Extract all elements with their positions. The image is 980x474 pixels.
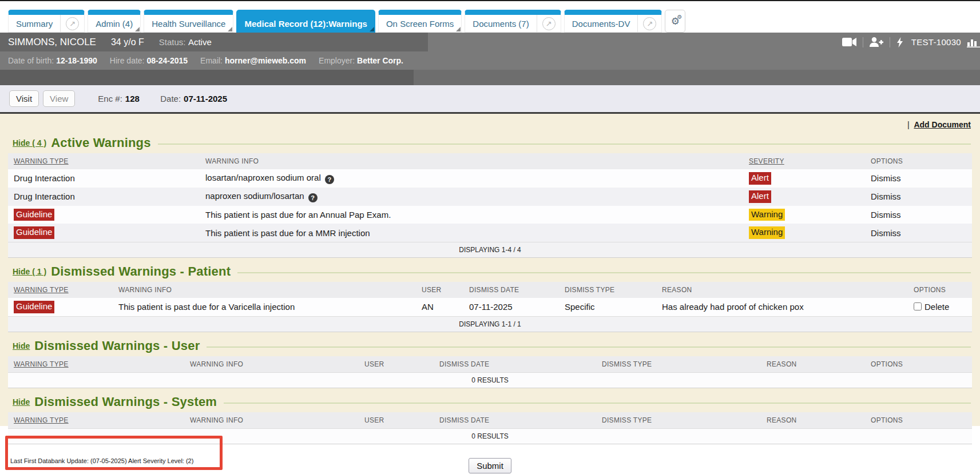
hide-active-warnings-link[interactable]: Hide ( 4 ) <box>13 138 46 148</box>
dismiss-link[interactable]: Dismiss <box>871 192 901 201</box>
status-label: Status: <box>159 37 186 47</box>
popout-arrow-icon: ↗ <box>643 17 656 30</box>
table-row: Drug Interaction naproxen sodium/losarta… <box>8 188 972 206</box>
date-label: Date: <box>160 94 181 103</box>
tab-popout[interactable]: ↗ <box>537 15 561 32</box>
col-dismiss-date: DISMISS DATE <box>434 412 596 429</box>
section-title: Dismissed Warnings - Patient <box>51 264 231 279</box>
table-footer-row: DISPLAYING 1-4 / 4 <box>8 242 972 258</box>
field-label: Employer: <box>319 56 355 65</box>
dismissed-user-header: Hide Dismissed Warnings - User <box>13 338 972 353</box>
divider <box>890 37 890 47</box>
date-value: 07-11-2025 <box>184 94 227 103</box>
tab-label: Documents (7) <box>465 15 536 32</box>
help-icon[interactable]: ? <box>308 193 318 202</box>
field-label: Email: <box>200 56 223 65</box>
tab-summary[interactable]: Summary ↗ <box>8 10 85 33</box>
tab-label: Documents-DV <box>565 15 638 32</box>
col-warning-type[interactable]: WARNING TYPE <box>8 412 184 429</box>
tab-on-screen-forms[interactable]: On Screen Forms <box>378 10 462 33</box>
tab-documents-dv[interactable]: Documents-DV ↗ <box>564 10 662 33</box>
empty-results: 0 RESULTS <box>8 372 972 388</box>
dismiss-link[interactable]: Dismiss <box>871 210 901 220</box>
table-empty-row: 0 RESULTS <box>8 372 972 388</box>
warning-info: losartan/naproxen sodium oral <box>205 173 321 182</box>
table-row: Guideline This patient is past due for a… <box>8 224 972 242</box>
gear-small-icon: ⚙ <box>677 14 682 20</box>
visit-button[interactable]: Visit <box>9 90 39 107</box>
tab-menu-fold-icon <box>135 27 140 31</box>
tab-admin[interactable]: Admin (4) <box>88 10 141 33</box>
patient-name: SIMMONS, NICOLE <box>8 37 96 48</box>
tab-popout[interactable]: ↗ <box>60 15 84 32</box>
section-title: Dismissed Warnings - User <box>34 338 200 353</box>
bar-chart-icon[interactable] <box>967 37 980 47</box>
table-header-row: WARNING TYPE WARNING INFO USER DISMISS D… <box>8 412 972 429</box>
tab-popout[interactable]: ↗ <box>637 15 661 32</box>
col-warning-type[interactable]: WARNING TYPE <box>8 356 184 373</box>
patient-header-row3-shade <box>0 70 414 85</box>
enc-label: Enc #: <box>98 94 122 103</box>
section-title: Dismissed Warnings - System <box>34 395 217 409</box>
section-rule <box>207 346 971 348</box>
enc-value: 128 <box>125 94 140 103</box>
lightning-icon[interactable] <box>896 37 903 47</box>
tab-documents[interactable]: Documents (7) ↗ <box>465 10 561 33</box>
field-value: 08-24-2015 <box>146 56 188 65</box>
field-label: Date of birth: <box>8 56 54 65</box>
table-row: Drug Interaction losartan/naproxen sodiu… <box>8 169 972 188</box>
patient-age-sex: 34 y/o F <box>111 37 144 47</box>
col-warning-info: WARNING INFO <box>184 412 359 429</box>
divider <box>863 37 863 47</box>
tab-medical-record-warnings[interactable]: Medical Record (12):Warnings <box>236 10 375 33</box>
add-document-link[interactable]: Add Document <box>914 120 971 129</box>
section-rule <box>237 272 971 273</box>
col-dismiss-type: DISMISS TYPE <box>559 282 656 298</box>
dismiss-link[interactable]: Dismiss <box>871 173 901 183</box>
delete-checkbox[interactable] <box>914 302 922 310</box>
active-warnings-header: Hide ( 4 ) Active Warnings <box>13 136 972 150</box>
col-warning-type[interactable]: WARNING TYPE <box>8 153 200 169</box>
field-value: horner@mieweb.com <box>225 56 306 65</box>
col-warning-info: WARNING INFO <box>184 356 359 373</box>
field-label: Hire date: <box>110 56 145 65</box>
col-dismiss-date: DISMISS DATE <box>434 356 596 373</box>
submit-button[interactable]: Submit <box>469 458 511 473</box>
chart-id: TEST-10030 <box>911 37 961 47</box>
dismiss-link[interactable]: Dismiss <box>871 228 901 238</box>
tab-menu-fold-icon <box>456 27 461 31</box>
dismissed-system-header: Hide Dismissed Warnings - System <box>13 395 972 409</box>
tab-label: On Screen Forms <box>379 15 461 32</box>
col-warning-info: WARNING INFO <box>200 153 743 169</box>
patient-header-row1: SIMMONS, NICOLE 34 y/o F Status: Active <box>0 33 980 51</box>
warning-info: This patient is past due for a MMR injec… <box>200 224 743 242</box>
demographic-field: Email:horner@mieweb.com <box>200 55 306 66</box>
col-warning-type[interactable]: WARNING TYPE <box>8 282 113 298</box>
tab-health-surveillance[interactable]: Health Surveillance <box>144 10 233 33</box>
add-person-icon[interactable] <box>870 37 883 47</box>
databank-note: Last First Databank Update: (07-05-2025)… <box>8 457 196 467</box>
severity-badge: Warning <box>749 209 785 221</box>
hide-dismissed-user-link[interactable]: Hide <box>13 341 30 350</box>
video-camera-icon[interactable] <box>842 38 856 46</box>
tab-menu-fold-icon <box>228 27 232 31</box>
demographic-field: Date of birth:12-18-1990 <box>8 55 97 66</box>
hide-dismissed-patient-link[interactable]: Hide ( 1 ) <box>13 267 46 276</box>
databank-annotation-box: Last First Databank Update: (07-05-2025)… <box>5 436 223 470</box>
col-severity[interactable]: SEVERITY <box>743 153 865 169</box>
patient-header: SIMMONS, NICOLE 34 y/o F Status: Active <box>0 33 980 85</box>
patient-header-row3 <box>0 70 980 85</box>
view-button[interactable]: View <box>43 90 75 107</box>
section-rule <box>224 403 971 404</box>
table-row: Guideline This patient is past due for a… <box>8 206 972 224</box>
dismiss-date: 07-11-2025 <box>463 298 559 316</box>
help-icon[interactable]: ? <box>325 175 334 184</box>
tab-label: Admin (4) <box>88 15 140 32</box>
col-dismiss-date: DISMISS DATE <box>463 282 559 298</box>
encounter-bar: Visit View Enc #:128 Date:07-11-2025 <box>0 85 980 114</box>
tab-settings-button[interactable]: ⚙ ⚙ <box>665 10 685 33</box>
tab-label: Medical Record (12):Warnings <box>237 15 374 32</box>
dismiss-reason: Has already had proof of chicken pox <box>656 298 908 316</box>
hide-dismissed-system-link[interactable]: Hide <box>13 397 30 407</box>
tab-menu-fold-icon <box>370 27 374 31</box>
